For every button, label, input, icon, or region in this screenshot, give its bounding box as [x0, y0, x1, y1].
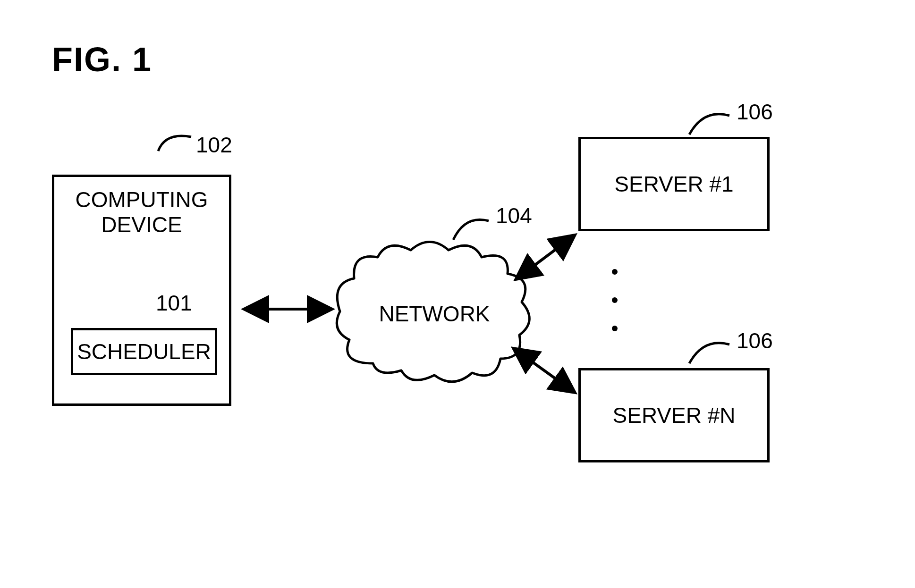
lead-line-104 — [453, 219, 489, 240]
figure-title: FIG. 1 — [52, 40, 152, 79]
ellipsis-dot-icon — [612, 326, 618, 331]
server-n-box: SERVER #N — [578, 368, 770, 462]
ref-102: 102 — [196, 132, 232, 158]
lead-line-102 — [158, 136, 191, 151]
server-1-box: SERVER #1 — [578, 137, 770, 231]
network-label: NETWORK — [364, 297, 505, 330]
lead-line-106-top — [689, 114, 729, 134]
lead-line-106-bottom — [689, 343, 729, 363]
scheduler-label: SCHEDULER — [73, 330, 215, 373]
scheduler-box: SCHEDULER — [71, 328, 217, 375]
server-1-label: SERVER #1 — [581, 139, 767, 229]
ref-101: 101 — [156, 290, 192, 316]
diagram-stage: FIG. 1 COMPUTING DEVICE SCHEDULER 102 10… — [0, 0, 915, 588]
computing-device-box: COMPUTING DEVICE SCHEDULER — [52, 175, 231, 406]
arrow-network-serverN — [515, 349, 574, 392]
server-n-label: SERVER #N — [581, 370, 767, 460]
arrow-network-server1 — [517, 236, 574, 278]
ref-104: 104 — [496, 203, 532, 228]
ref-106-bottom: 106 — [737, 328, 773, 353]
ref-106-top: 106 — [737, 99, 773, 125]
ellipsis-dot-icon — [612, 297, 618, 303]
computing-device-label: COMPUTING DEVICE — [54, 184, 229, 241]
ellipsis-dot-icon — [612, 269, 618, 275]
